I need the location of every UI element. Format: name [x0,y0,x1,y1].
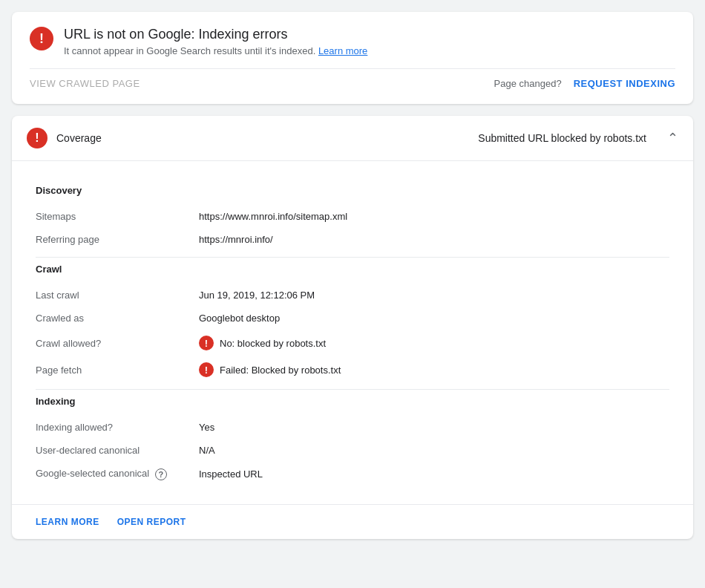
google-canonical-label: Google-selected canonical ? [36,468,199,480]
page-fetch-label: Page fetch [36,365,199,376]
chevron-up-icon[interactable]: ⌃ [667,130,678,146]
indexing-allowed-row: Indexing allowed? Yes [36,416,669,439]
indexing-section-title: Indexing [36,396,669,407]
coverage-footer: LEARN MORE OPEN REPORT [12,504,693,539]
divider-discovery-crawl [36,257,669,258]
learn-more-footer-button[interactable]: LEARN MORE [36,517,99,527]
coverage-status: Submitted URL blocked by robots.txt [478,132,646,144]
crawled-as-row: Crawled as Googlebot desktop [36,307,669,330]
coverage-title: Coverage [56,132,469,144]
learn-more-link[interactable]: Learn more [318,45,367,56]
alert-card: ! URL is not on Google: Indexing errors … [12,12,693,104]
error-icon: ! [30,27,53,50]
crawl-allowed-error-icon: ! [199,336,214,350]
page-fetch-value: ! Failed: Blocked by robots.txt [199,362,341,377]
page-fetch-error-icon: ! [199,362,214,377]
last-crawl-row: Last crawl Jun 19, 2019, 12:12:06 PM [36,284,669,307]
crawl-allowed-value: ! No: blocked by robots.txt [199,336,326,350]
referring-page-label: Referring page [36,234,199,245]
alert-header: ! URL is not on Google: Indexing errors … [30,27,675,56]
crawl-section-title: Crawl [36,264,669,275]
alert-description: It cannot appear in Google Search result… [64,45,367,56]
page-fetch-row: Page fetch ! Failed: Blocked by robots.t… [36,356,669,383]
indexing-allowed-label: Indexing allowed? [36,422,199,433]
referring-page-row: Referring page https://mnroi.info/ [36,228,669,251]
sitemaps-row: Sitemaps https://www.mnroi.info/sitemap.… [36,205,669,228]
google-canonical-row: Google-selected canonical ? Inspected UR… [36,462,669,486]
request-indexing-button[interactable]: REQUEST INDEXING [574,78,675,89]
indexing-allowed-value: Yes [199,422,214,433]
google-canonical-help-icon[interactable]: ? [155,468,167,480]
divider-crawl-indexing [36,389,669,390]
alert-actions: VIEW CRAWLED PAGE Page changed? REQUEST … [30,68,675,89]
coverage-card: ! Coverage Submitted URL blocked by robo… [12,116,693,539]
user-canonical-value: N/A [199,445,215,456]
last-crawl-label: Last crawl [36,290,199,301]
alert-text: URL is not on Google: Indexing errors It… [64,27,367,56]
crawl-allowed-row: Crawl allowed? ! No: blocked by robots.t… [36,330,669,356]
google-canonical-value: Inspected URL [199,468,263,480]
crawled-as-value: Googlebot desktop [199,313,280,324]
referring-page-value: https://mnroi.info/ [199,234,273,245]
right-actions: Page changed? REQUEST INDEXING [494,78,675,89]
sitemaps-value: https://www.mnroi.info/sitemap.xml [199,211,347,222]
coverage-error-icon: ! [27,128,47,148]
crawled-as-label: Crawled as [36,313,199,324]
coverage-header: ! Coverage Submitted URL blocked by robo… [12,116,693,161]
alert-title: URL is not on Google: Indexing errors [64,27,367,42]
sitemaps-label: Sitemaps [36,211,199,222]
user-canonical-row: User-declared canonical N/A [36,439,669,462]
last-crawl-value: Jun 19, 2019, 12:12:06 PM [199,290,315,301]
user-canonical-label: User-declared canonical [36,445,199,456]
view-crawled-button[interactable]: VIEW CRAWLED PAGE [30,78,140,89]
coverage-body: Discovery Sitemaps https://www.mnroi.inf… [12,161,693,486]
discovery-section-title: Discovery [36,185,669,196]
page-changed-label: Page changed? [494,78,562,89]
open-report-button[interactable]: OPEN REPORT [117,517,186,527]
crawl-allowed-label: Crawl allowed? [36,338,199,349]
